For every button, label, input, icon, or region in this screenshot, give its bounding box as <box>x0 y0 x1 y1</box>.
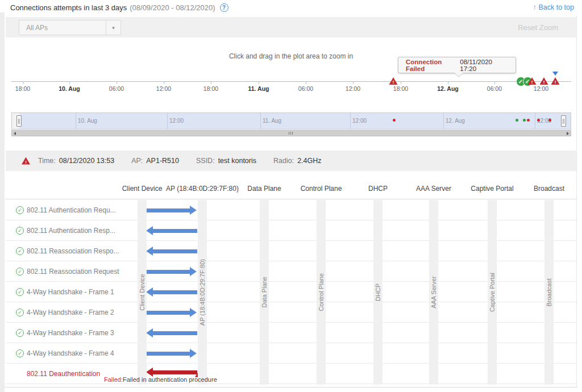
column-header-broadcast: Broadcast <box>534 185 564 193</box>
sequence-row-label: 802.11 Reassociation Respo... <box>27 247 119 255</box>
navigator-event-dot <box>548 119 551 122</box>
success-check-icon: ✓ <box>16 268 24 276</box>
axis-tick-mark <box>353 81 354 84</box>
success-check-icon: ✓ <box>16 329 24 337</box>
lifeline-bar: DHCP <box>373 200 383 385</box>
ap-label: AP: <box>131 157 143 165</box>
navigator-event-dot <box>537 119 540 122</box>
back-to-top-link[interactable]: ↑ Back to top <box>533 3 574 11</box>
column-header-captive-portal: Captive Portal <box>471 185 513 193</box>
selected-marker-pointer-icon <box>552 72 558 76</box>
time-axis <box>11 81 571 82</box>
axis-tick-label: 12:00 <box>156 85 171 92</box>
axis-tick-mark <box>23 81 23 84</box>
ssid-label: SSID: <box>196 157 215 165</box>
sequence-header-divider <box>6 199 576 199</box>
axis-tick-mark <box>494 81 495 84</box>
axis-tick-label: 12:00 <box>534 85 548 92</box>
sequence-column-headers: Client DeviceAP (18:4B:0D:29:7F:80)Data … <box>6 185 576 196</box>
axis-tick-mark <box>69 81 70 84</box>
tooltip: Connection Failed 08/11/2020 17:20 <box>398 57 516 73</box>
ap-filter-dropdown[interactable]: All APs ▾ <box>19 20 121 35</box>
page-title: Connections attempts in last 3 days <box>10 3 127 12</box>
lifeline-bar: AAA Server <box>429 200 438 385</box>
sequence-row-label: 802.11 Reassociation Request <box>27 268 119 276</box>
ap-filter-value: All APs <box>19 24 106 32</box>
column-header-dhcp: DHCP <box>368 185 388 193</box>
time-value: 08/12/2020 13:53 <box>59 157 114 165</box>
axis-tick-mark <box>306 81 306 84</box>
timeline-scrollbar[interactable] <box>11 130 571 136</box>
failed-warning-icon: ! <box>22 157 30 165</box>
ssid-value: test kontoris <box>218 157 256 165</box>
message-arrow-right <box>146 352 190 356</box>
axis-tick-label: 12:00 <box>346 85 360 92</box>
success-check-icon: ✓ <box>16 308 24 316</box>
navigator-right-handle[interactable] <box>561 115 566 127</box>
connection-failed-marker[interactable]: ! <box>389 77 398 85</box>
navigator-event-dot <box>516 119 518 122</box>
warning-triangle-icon: ! <box>551 77 560 85</box>
axis-tick-label: 11. Aug <box>248 85 269 92</box>
axis-tick-label: 06:00 <box>298 85 313 92</box>
message-arrow-right <box>146 270 190 274</box>
lifeline-bar: Data Plane <box>260 200 269 385</box>
attempt-details-bar: ! Time:08/12/2020 13:53 AP:AP1-R510 SSID… <box>6 151 576 171</box>
message-arrow-left <box>153 290 197 294</box>
axis-tick-mark <box>401 81 401 84</box>
scroll-left-arrow-icon[interactable] <box>14 132 16 135</box>
axis-tick-label: 12. Aug <box>437 85 459 92</box>
axis-tick-mark <box>211 81 211 84</box>
connection-failed-marker[interactable]: ! <box>540 77 548 85</box>
navigator-gridline <box>443 113 444 129</box>
help-icon[interactable]: ? <box>220 3 228 12</box>
sequence-row-label: 802.11 Deauthentication <box>27 370 100 378</box>
column-header-control-plane: Control Plane <box>301 185 342 193</box>
exclaim-glyph: ! <box>25 160 27 165</box>
back-to-top-label: Back to top <box>538 3 574 11</box>
message-arrow-left <box>153 370 197 374</box>
warning-triangle-icon: ! <box>528 77 537 85</box>
ap-value: AP1-R510 <box>146 157 179 165</box>
tooltip-title: Connection Failed <box>406 59 460 72</box>
message-arrow-left <box>153 331 197 335</box>
scroll-right-arrow-icon[interactable] <box>567 132 569 135</box>
lifeline-label: DHCP <box>375 283 381 301</box>
message-arrow-left <box>153 249 197 253</box>
failure-note-prefix: Failed: <box>104 376 123 383</box>
tooltip-timestamp: 08/11/2020 17:20 <box>460 59 508 72</box>
connection-report-panel: Connections attempts in last 3 days (08/… <box>0 0 582 392</box>
column-header-client-device: Client Device <box>122 185 163 193</box>
lifeline-label: Client Device <box>139 274 146 311</box>
lifeline-bar: Captive Portal <box>488 200 497 385</box>
navigator-gridline <box>535 113 535 129</box>
scrollbar-grip[interactable] <box>289 132 293 135</box>
axis-tick-label: 06:00 <box>487 85 502 92</box>
message-arrow-right <box>146 208 190 212</box>
message-arrow-right <box>146 311 190 315</box>
connection-failed-marker[interactable]: ! <box>528 77 537 85</box>
sequence-row-label: 4-Way Handshake - Frame 4 <box>27 349 114 357</box>
sequence-row-label: 4-Way Handshake - Frame 1 <box>27 288 114 296</box>
bottom-border <box>5 387 577 387</box>
success-check-icon: ✓ <box>16 206 24 214</box>
axis-tick-label: 18:00 <box>203 85 218 92</box>
warning-triangle-icon: ! <box>22 157 30 165</box>
failure-note-text: Failed in authentication procedure <box>123 376 217 383</box>
time-label: Time: <box>38 157 56 165</box>
axis-tick-label: 10. Aug <box>59 85 80 92</box>
exclaim-glyph: ! <box>555 80 556 85</box>
lifeline-bar: Control Plane <box>317 200 326 385</box>
connection-failed-marker[interactable]: ! <box>551 77 560 85</box>
timeline-navigator[interactable]: 10. Aug12:0011. Aug12:0012. Aug12:00 <box>11 112 571 130</box>
axis-tick-mark <box>259 81 259 84</box>
lifeline-bar: Broadcast <box>544 200 554 385</box>
axis-tick-label: 06:00 <box>109 85 124 92</box>
up-arrow-icon: ↑ <box>533 3 536 11</box>
reset-zoom-button[interactable]: Reset Zoom <box>518 17 558 37</box>
timeline-plot[interactable]: Click and drag in the plot area to zoom … <box>6 37 576 109</box>
header: Connections attempts in last 3 days (08/… <box>10 1 574 14</box>
column-header-data-plane: Data Plane <box>247 185 281 193</box>
navigator-event-dot <box>393 119 396 122</box>
navigator-left-handle[interactable] <box>16 115 22 127</box>
